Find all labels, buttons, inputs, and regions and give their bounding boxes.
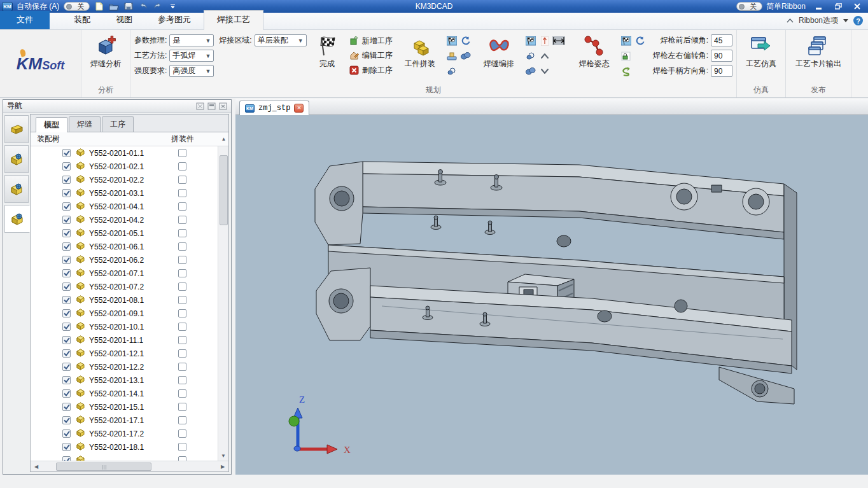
tree-row[interactable]: Y552-0201-07.2 (31, 280, 218, 293)
process-simulation-button[interactable]: 工艺仿真 (741, 32, 781, 69)
visibility-checkbox[interactable] (62, 229, 71, 237)
weld-point-small-icon[interactable] (524, 50, 537, 62)
stamp-tool-icon[interactable] (445, 50, 458, 62)
tree-row[interactable] (31, 454, 218, 461)
visibility-checkbox[interactable] (62, 269, 71, 277)
nav-tab-weld[interactable]: 焊缝 (69, 116, 101, 132)
redo-icon[interactable] (153, 2, 163, 11)
visibility-checkbox[interactable] (62, 176, 71, 184)
tree-row[interactable]: Y552-0201-09.1 (31, 307, 218, 320)
tree-row[interactable]: Y552-0201-02.1 (31, 160, 218, 173)
arrange-finish-flag-icon[interactable] (524, 34, 537, 47)
assembly-part-checkbox[interactable] (178, 349, 186, 358)
torch-pitch-input[interactable]: 45 (711, 34, 732, 46)
assembly-part-checkbox[interactable] (178, 162, 186, 171)
move-down-chevron-icon[interactable] (538, 65, 551, 78)
assembly-part-checkbox[interactable] (178, 403, 186, 411)
qat-dropdown-icon[interactable] (167, 2, 178, 11)
assembly-part-checkbox[interactable] (178, 149, 186, 157)
torch-pose-button[interactable]: 焊枪姿态 (574, 32, 615, 69)
assembly-part-checkbox[interactable] (178, 416, 186, 424)
visibility-checkbox[interactable] (62, 403, 71, 411)
tree-row[interactable]: Y552-0201-02.2 (31, 173, 218, 186)
tab-view[interactable]: 视图 (103, 11, 145, 29)
tree-row[interactable]: Y552-0201-15.1 (31, 400, 218, 414)
help-icon[interactable]: ? (853, 16, 863, 25)
assembly-part-checkbox[interactable] (178, 296, 186, 304)
pose-reset-icon[interactable] (634, 34, 647, 47)
nav-tab-model[interactable]: 模型 (36, 117, 67, 132)
scroll-right-arrow[interactable]: ▶ (217, 461, 228, 471)
weld-arrange-button[interactable]: 焊缝编排 (479, 32, 519, 69)
save-icon[interactable] (123, 2, 134, 11)
tree-row[interactable]: Y552-0201-05.1 (31, 227, 218, 240)
autosave-toggle[interactable]: 关 (64, 2, 90, 11)
weld-analysis-button[interactable]: 焊缝分析 (85, 32, 126, 69)
tree-row[interactable]: Y552-0201-01.1 (31, 146, 218, 160)
part-assembly-button[interactable]: 工件拼装 (400, 32, 440, 69)
strength-select[interactable]: 高强度▼ (169, 65, 214, 77)
nav-strip-box-button[interactable] (4, 115, 29, 143)
visibility-checkbox[interactable] (62, 162, 71, 171)
tree-row[interactable]: Y552-0201-12.2 (31, 360, 218, 373)
tab-reference[interactable]: 参考图元 (145, 11, 204, 29)
lock-pose-icon[interactable] (620, 50, 633, 62)
viewport-3d[interactable]: Z X (235, 115, 868, 475)
param-infer-select[interactable]: 是▼ (169, 34, 214, 46)
undo-icon[interactable] (138, 2, 148, 11)
nav-tab-process[interactable]: 工序 (102, 116, 134, 132)
tree-row[interactable]: Y552-0201-17.2 (31, 427, 218, 440)
visibility-checkbox[interactable] (62, 216, 71, 224)
assembly-part-column-header[interactable]: 拼装件 (171, 134, 219, 144)
assembly-part-checkbox[interactable] (178, 242, 186, 251)
tree-row[interactable]: Y552-0201-13.1 (31, 373, 218, 387)
app-logo-icon[interactable]: KM (2, 2, 13, 11)
tree-row[interactable]: Y552-0201-08.1 (31, 293, 218, 307)
tree-row[interactable]: Y552-0201-07.1 (31, 267, 218, 280)
nav-strip-assembly3-button[interactable] (4, 205, 30, 233)
assembly-part-checkbox[interactable] (178, 389, 186, 398)
add-process-button[interactable]: 新增工序 (347, 35, 395, 47)
visibility-checkbox[interactable] (62, 416, 71, 424)
tree-row[interactable]: Y552-0201-18.1 (31, 440, 218, 454)
assembly-part-checkbox[interactable] (178, 256, 186, 264)
close-button[interactable] (848, 1, 867, 12)
move-up-chevron-icon[interactable] (538, 50, 551, 62)
visibility-checkbox[interactable] (62, 309, 71, 317)
torch-yaw-input[interactable]: 90 (711, 50, 732, 62)
assembly-part-checkbox[interactable] (178, 176, 186, 184)
assembly-part-checkbox[interactable] (178, 309, 186, 317)
method-select[interactable]: 手弧焊▼ (169, 50, 214, 62)
tree-row[interactable]: Y552-0201-03.1 (31, 186, 218, 200)
visibility-checkbox[interactable] (62, 443, 71, 451)
tree-column-header[interactable]: 装配树 (31, 134, 171, 144)
visibility-checkbox[interactable] (62, 323, 71, 331)
open-folder-icon[interactable] (109, 2, 119, 11)
delete-process-button[interactable]: 删除工序 (347, 64, 395, 76)
visibility-checkbox[interactable] (62, 149, 71, 157)
tree-row[interactable]: Y552-0201-14.1 (31, 387, 218, 400)
tree-row[interactable]: Y552-0201-10.1 (31, 320, 218, 333)
ribbon-options-dropdown-icon[interactable] (843, 19, 848, 23)
tab-assembly[interactable]: 装配 (61, 11, 103, 29)
nav-float-icon[interactable] (207, 102, 216, 110)
vertical-scroll-thumb[interactable] (220, 155, 228, 225)
assembly-part-checkbox[interactable] (178, 363, 186, 371)
spiral-path-icon[interactable] (620, 65, 633, 78)
assembly-part-checkbox[interactable] (178, 336, 186, 344)
direction-up-icon[interactable] (538, 34, 551, 47)
visibility-checkbox[interactable] (62, 363, 71, 371)
tree-row[interactable]: Y552-0201-04.2 (31, 213, 218, 227)
ribbon-options-label[interactable]: Ribbon选项 (799, 15, 838, 26)
visibility-checkbox[interactable] (62, 242, 71, 251)
nav-close-icon[interactable] (219, 102, 227, 110)
edit-process-button[interactable]: 编辑工序 (347, 50, 395, 62)
finish-button[interactable]: 完成 (312, 32, 342, 69)
document-tab[interactable]: KM zmj_stp ✕ (239, 101, 309, 115)
assembly-part-checkbox[interactable] (178, 216, 186, 224)
assembly-part-checkbox[interactable] (178, 189, 186, 197)
nav-strip-assembly2-button[interactable] (4, 175, 29, 203)
weld-segment-small-icon[interactable] (524, 65, 537, 78)
visibility-checkbox[interactable] (62, 282, 71, 291)
weld-segment-icon[interactable] (459, 50, 472, 62)
